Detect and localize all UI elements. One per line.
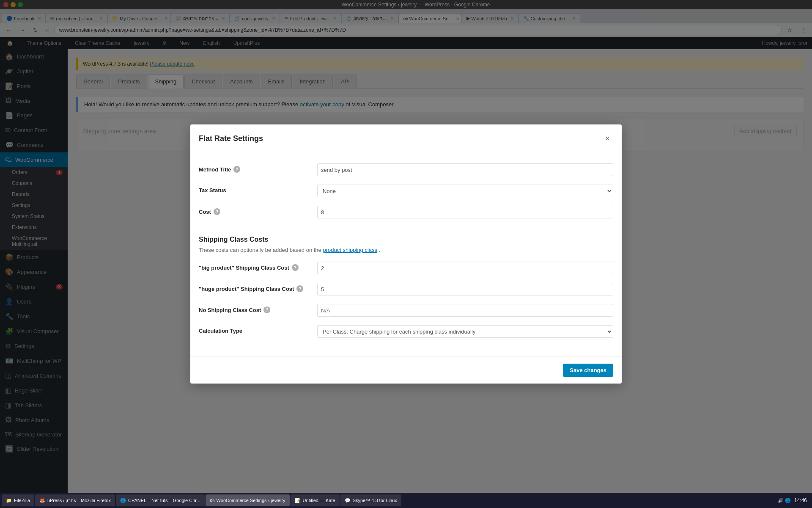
product-shipping-class-link[interactable]: product shipping class [323, 247, 377, 253]
no-class-help-icon[interactable]: ? [263, 306, 270, 313]
no-class-cost-input-wrapper [317, 304, 613, 317]
calculation-type-row: Calculation Type Per Class: Charge shipp… [199, 325, 613, 338]
taskbar-firefox[interactable]: 🦊 uPress / אחרון - Mozilla Firefox [35, 494, 115, 506]
huge-product-class-cost-label: "huge product" Shipping Class Cost ? [199, 283, 317, 292]
wp-main-content: WordPress 4.7.3 is available! Please upd… [68, 49, 812, 508]
calculation-type-input-wrapper: Per Class: Charge shipping for each ship… [317, 325, 613, 338]
huge-product-class-cost-row: "huge product" Shipping Class Cost ? [199, 283, 613, 295]
tax-status-input-wrapper: None Taxable Not taxable [317, 185, 613, 197]
kate-icon: 📝 [295, 498, 301, 503]
big-product-class-cost-label: "big product" Shipping Class Cost ? [199, 262, 317, 271]
modal-body: Method Title ? Tax Status [190, 153, 622, 356]
filezilla-icon: 📁 [6, 498, 12, 503]
no-class-cost-input[interactable] [317, 304, 613, 317]
taskbar: 📁 FileZilla 🦊 uPress / אחרון - Mozilla F… [0, 493, 812, 508]
method-title-row: Method Title ? [199, 163, 613, 176]
modal-header: Flat Rate Settings × [190, 124, 622, 153]
big-product-class-cost-input-wrapper [317, 262, 613, 274]
huge-product-help-icon[interactable]: ? [296, 285, 303, 292]
big-product-class-cost-row: "big product" Shipping Class Cost ? [199, 262, 613, 274]
taskbar-woocommerce[interactable]: 🛍 WooCommerce Settings ‹ jewelry [206, 494, 290, 506]
cost-input[interactable] [317, 206, 613, 218]
tax-status-row: Tax Status None Taxable Not taxable [199, 185, 613, 197]
shipping-class-costs-heading: Shipping Class Costs [199, 236, 613, 243]
taskbar-cpanel[interactable]: 🌐 CPANEL – Net-tuts – Google Chr... [116, 494, 205, 506]
save-changes-button[interactable]: Save changes [563, 364, 613, 377]
cost-label: Cost ? [199, 206, 317, 215]
no-class-cost-label: No Shipping Class Cost ? [199, 304, 317, 313]
flat-rate-settings-modal: Flat Rate Settings × Method Title ? [190, 124, 622, 384]
no-class-cost-row: No Shipping Class Cost ? [199, 304, 613, 317]
taskbar-right-area: 🔊 🌐 14:46 [778, 497, 810, 503]
method-title-help-icon[interactable]: ? [233, 166, 240, 173]
calculation-type-select[interactable]: Per Class: Charge shipping for each ship… [317, 325, 613, 338]
taskbar-skype[interactable]: 💬 Skype™ 4.3 for Linux [340, 494, 401, 506]
big-product-class-cost-input[interactable] [317, 262, 613, 274]
shipping-class-costs-desc: These costs can optionally be added base… [199, 247, 613, 253]
taskbar-kate[interactable]: 📝 Untitled — Kate [291, 494, 340, 506]
cpanel-icon: 🌐 [120, 498, 126, 503]
method-title-input[interactable] [317, 163, 613, 176]
skype-icon: 💬 [345, 498, 351, 503]
taskbar-clock: 14:46 [794, 497, 810, 503]
system-tray: 🔊 🌐 [778, 498, 791, 503]
wp-layout: 🏠 Dashboard 🪐 Jupiter 📝 Posts 🖼 Media 📄 … [0, 49, 812, 508]
cost-row: Cost ? [199, 206, 613, 218]
modal-footer: Save changes [190, 356, 622, 384]
method-title-label: Method Title ? [199, 163, 317, 173]
big-product-help-icon[interactable]: ? [292, 264, 299, 271]
method-title-input-wrapper [317, 163, 613, 176]
cost-input-wrapper [317, 206, 613, 218]
taskbar-filezilla[interactable]: 📁 FileZilla [2, 494, 34, 506]
firefox-icon: 🦊 [39, 498, 45, 503]
calculation-type-label: Calculation Type [199, 325, 317, 334]
huge-product-class-cost-input-wrapper [317, 283, 613, 295]
woocommerce-taskbar-icon: 🛍 [210, 498, 214, 503]
modal-title: Flat Rate Settings [199, 134, 263, 143]
modal-backdrop[interactable]: Flat Rate Settings × Method Title ? [68, 49, 812, 508]
modal-close-button[interactable]: × [601, 132, 613, 145]
huge-product-class-cost-input[interactable] [317, 283, 613, 295]
tax-status-select[interactable]: None Taxable Not taxable [317, 185, 613, 197]
cost-help-icon[interactable]: ? [214, 208, 220, 215]
tax-status-label: Tax Status [199, 185, 317, 193]
modal-divider [199, 227, 613, 227]
